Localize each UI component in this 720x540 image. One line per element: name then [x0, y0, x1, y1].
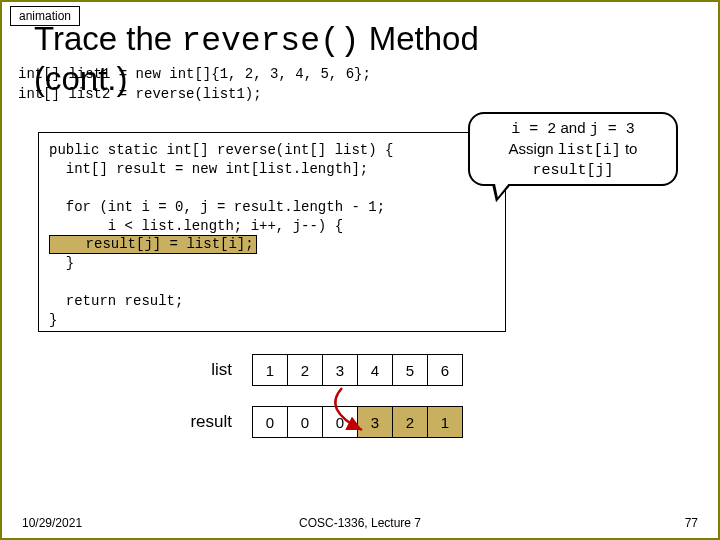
callout-and: and [556, 119, 589, 136]
title-mono: reverse() [181, 23, 359, 60]
list-cell-1: 2 [287, 354, 323, 386]
callout-bubble: i = 2 and j = 3 Assign list[i] to result… [468, 112, 678, 186]
result-cells: 0 0 0 3 2 1 [252, 406, 463, 438]
callout-j: j = 3 [590, 121, 635, 138]
arrays-area: list 1 2 3 4 5 6 result 0 0 0 3 2 1 [122, 354, 463, 458]
title-text-1: Trace the [34, 20, 181, 57]
list-cells: 1 2 3 4 5 6 [252, 354, 463, 386]
result-cell-4: 2 [392, 406, 428, 438]
list-cell-0: 1 [252, 354, 288, 386]
code-box: public static int[] reverse(int[] list) … [38, 132, 506, 332]
result-cell-2: 0 [322, 406, 358, 438]
slide-title: Trace the reverse() Method [34, 20, 479, 60]
result-cell-5: 1 [427, 406, 463, 438]
callout-to: to [621, 140, 638, 157]
callout-i: i = 2 [511, 121, 556, 138]
code-highlight: result[j] = list[i]; [49, 235, 257, 254]
code-l2: int[] result = new int[list.length]; [49, 161, 368, 177]
callout-listi: list[i] [558, 142, 621, 159]
footer: 10/29/2021 COSC-1336, Lecture 7 77 [2, 516, 718, 530]
title-cont: (cont.) [34, 60, 128, 98]
result-cell-1: 0 [287, 406, 323, 438]
callout-line2: Assign list[i] to [509, 139, 638, 161]
code-l10: } [49, 312, 57, 328]
footer-page: 77 [685, 516, 698, 530]
title-text-2: Method [360, 20, 479, 57]
result-cell-3: 3 [357, 406, 393, 438]
code-l5: i < list.length; i++, j--) { [49, 218, 343, 234]
footer-center: COSC-1336, Lecture 7 [299, 516, 421, 530]
slide: animation Trace the reverse() Method int… [0, 0, 720, 540]
result-label: result [122, 412, 252, 432]
code-l1: public static int[] reverse(int[] list) … [49, 142, 393, 158]
result-cell-0: 0 [252, 406, 288, 438]
list-label: list [122, 360, 252, 380]
callout-line3: result[j] [532, 161, 613, 181]
callout-assign: Assign [509, 140, 558, 157]
list-cell-5: 6 [427, 354, 463, 386]
code-l4: for (int i = 0, j = result.length - 1; [49, 199, 385, 215]
result-row: result 0 0 0 3 2 1 [122, 406, 463, 438]
list-cell-2: 3 [322, 354, 358, 386]
list-cell-4: 5 [392, 354, 428, 386]
list-row: list 1 2 3 4 5 6 [122, 354, 463, 386]
code-l7: } [49, 255, 74, 271]
callout-line1: i = 2 and j = 3 [511, 118, 634, 140]
list-cell-3: 4 [357, 354, 393, 386]
footer-date: 10/29/2021 [22, 516, 82, 530]
code-l9: return result; [49, 293, 183, 309]
